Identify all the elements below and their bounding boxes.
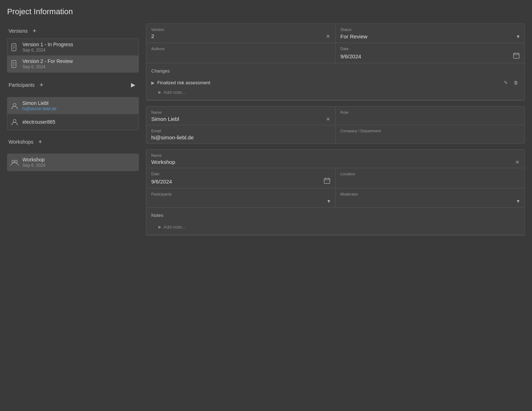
version-item-1[interactable]: Version 1 - In Progress Sep 6, 2024 🗑 bbox=[7, 39, 138, 55]
version-field: Version 2 ✕ bbox=[146, 24, 336, 43]
workshop-icon-1 bbox=[10, 158, 20, 167]
add-note-label: Add note... bbox=[163, 90, 186, 95]
participants-chevron-icon[interactable]: ▾ bbox=[327, 198, 330, 204]
company-field: Company / Department bbox=[336, 125, 525, 143]
email-label: Email bbox=[151, 129, 330, 133]
participants-list: Simon Liebl hi@simon-liebl.de 🗑 bbox=[7, 97, 139, 130]
workshop-close-icon[interactable]: ✕ bbox=[515, 159, 520, 165]
status-chevron-icon[interactable]: ▾ bbox=[517, 33, 520, 40]
workshops-list: Workshop Sep 6, 2024 🗑 bbox=[7, 154, 139, 171]
date-calendar-icon[interactable] bbox=[513, 52, 520, 60]
versions-label: Versions bbox=[9, 28, 28, 34]
location-label: Location bbox=[341, 172, 520, 176]
workshop-detail-block: Name Workshop ✕ Date 9/6/2024 bbox=[146, 149, 525, 235]
add-workshop-button[interactable]: + bbox=[36, 138, 44, 146]
participant-1-name: Simon Liebl bbox=[22, 100, 127, 106]
versions-section: Versions + bbox=[7, 23, 139, 73]
add-note-row[interactable]: ▶ Add note... bbox=[151, 87, 520, 95]
svg-rect-16 bbox=[324, 178, 330, 183]
add-version-button[interactable]: + bbox=[31, 27, 39, 35]
delete-change-button[interactable]: 🗑 bbox=[512, 79, 520, 86]
company-label: Company / Department bbox=[341, 129, 520, 133]
participant-name-value: Simon Liebl bbox=[151, 116, 179, 122]
workshop-name-field: Name Workshop ✕ bbox=[146, 150, 525, 168]
changes-section: Changes ▶ Finalized risk assessment ✎ 🗑 … bbox=[146, 63, 525, 100]
role-label: Role bbox=[341, 110, 520, 114]
workshop-participants-field[interactable]: Participants ▾ bbox=[146, 188, 336, 207]
right-panel: Version 2 ✕ Status For Review ▾ bbox=[139, 23, 525, 241]
change-item-1: ▶ Finalized risk assessment ✎ 🗑 bbox=[151, 78, 520, 87]
participant-icon-1 bbox=[10, 101, 20, 111]
version-2-name: Version 2 - For Review bbox=[22, 58, 127, 64]
participants-label: Participants bbox=[9, 82, 35, 88]
change-text: Finalized risk assessment bbox=[157, 80, 500, 85]
workshop-name-label: Name bbox=[151, 153, 520, 158]
workshop-add-note-label: Add note... bbox=[163, 224, 186, 230]
workshop-date-location-row: Date 9/6/2024 bbox=[146, 168, 525, 188]
versions-list: Version 1 - In Progress Sep 6, 2024 🗑 bbox=[7, 38, 139, 73]
edit-change-button[interactable]: ✎ bbox=[502, 79, 509, 86]
svg-point-8 bbox=[13, 103, 16, 106]
participant-1-content: Simon Liebl hi@simon-liebl.de bbox=[22, 100, 127, 111]
workshop-notes-section: Notes ▶ Add note... bbox=[146, 208, 525, 235]
workshop-item-1[interactable]: Workshop Sep 6, 2024 🗑 bbox=[7, 154, 138, 171]
authors-label: Authors bbox=[151, 47, 330, 51]
workshop-name-row: Name Workshop ✕ bbox=[146, 150, 525, 168]
participant-name-label: Name bbox=[151, 110, 330, 114]
participant-item-1[interactable]: Simon Liebl hi@simon-liebl.de 🗑 bbox=[7, 97, 138, 114]
workshops-section: Workshops + bbox=[7, 131, 139, 171]
status-field: Status For Review ▾ bbox=[336, 24, 525, 43]
workshop-date-value: 9/6/2024 bbox=[151, 178, 172, 185]
participant-close-icon[interactable]: ✕ bbox=[326, 116, 330, 122]
add-participant-button[interactable]: + bbox=[37, 81, 46, 89]
date-field: Date 9/6/2024 bbox=[336, 43, 525, 63]
status-value: For Review bbox=[341, 33, 368, 39]
participant-item-2[interactable]: electrouser865 🗑 bbox=[7, 114, 138, 130]
moderator-label: Moderator bbox=[341, 192, 520, 196]
page-title: Project Information bbox=[7, 7, 525, 16]
export-participants-button[interactable]: ▶ bbox=[129, 80, 137, 89]
version-item-2[interactable]: Version 2 - For Review Sep 6, 2024 🗑 bbox=[7, 55, 138, 72]
workshop-date-field: Date 9/6/2024 bbox=[146, 168, 336, 188]
workshop-notes-title: Notes bbox=[151, 213, 520, 218]
participant-icon-2 bbox=[10, 117, 20, 127]
version-label: Version bbox=[151, 27, 330, 32]
workshop-add-note-arrow: ▶ bbox=[158, 225, 161, 229]
svg-point-9 bbox=[13, 119, 16, 122]
participant-2-name: electrouser865 bbox=[22, 119, 127, 125]
versions-header: Versions + bbox=[7, 23, 139, 38]
moderator-field[interactable]: Moderator ▾ bbox=[336, 188, 525, 207]
participants-section: Participants + ▶ bbox=[7, 73, 139, 131]
version-detail-block: Version 2 ✕ Status For Review ▾ bbox=[146, 23, 525, 101]
participant-1-email[interactable]: hi@simon-liebl.de bbox=[22, 106, 127, 111]
moderator-chevron-icon[interactable]: ▾ bbox=[517, 198, 520, 204]
workshops-header: Workshops + bbox=[7, 134, 139, 149]
workshops-label: Workshops bbox=[9, 139, 33, 145]
date-value: 9/6/2024 bbox=[341, 53, 361, 59]
participant-detail-block: Name Simon Liebl ✕ Role bbox=[146, 106, 525, 144]
email-value: hi@simon-liebl.de bbox=[151, 134, 194, 140]
participants-header: Participants + ▶ bbox=[7, 77, 139, 93]
version-close-icon[interactable]: ✕ bbox=[326, 33, 330, 39]
workshop-1-date: Sep 6, 2024 bbox=[22, 163, 127, 168]
change-expand-icon[interactable]: ▶ bbox=[151, 80, 154, 85]
svg-rect-12 bbox=[513, 53, 519, 58]
workshop-location-field: Location bbox=[336, 168, 525, 188]
version-icon-2 bbox=[10, 59, 20, 69]
add-note-arrow: ▶ bbox=[158, 90, 161, 95]
version-2-date: Sep 6, 2024 bbox=[22, 64, 127, 69]
workshop-add-note-row[interactable]: ▶ Add note... bbox=[151, 222, 520, 230]
workshop-calendar-icon[interactable] bbox=[324, 177, 330, 185]
version-1-content: Version 1 - In Progress Sep 6, 2024 bbox=[22, 42, 127, 53]
version-2-content: Version 2 - For Review Sep 6, 2024 bbox=[22, 58, 127, 69]
workshop-1-name: Workshop bbox=[22, 157, 127, 162]
workshop-1-content: Workshop Sep 6, 2024 bbox=[22, 157, 127, 168]
role-field: Role bbox=[336, 107, 525, 125]
workshop-date-label: Date bbox=[151, 172, 330, 176]
status-label: Status bbox=[341, 27, 520, 32]
workshop-name-value: Workshop bbox=[151, 159, 175, 165]
participant-2-content: electrouser865 bbox=[22, 119, 127, 125]
version-icon-1 bbox=[10, 42, 20, 52]
left-panel: Versions + bbox=[7, 23, 139, 241]
version-value: 2 bbox=[151, 33, 154, 39]
